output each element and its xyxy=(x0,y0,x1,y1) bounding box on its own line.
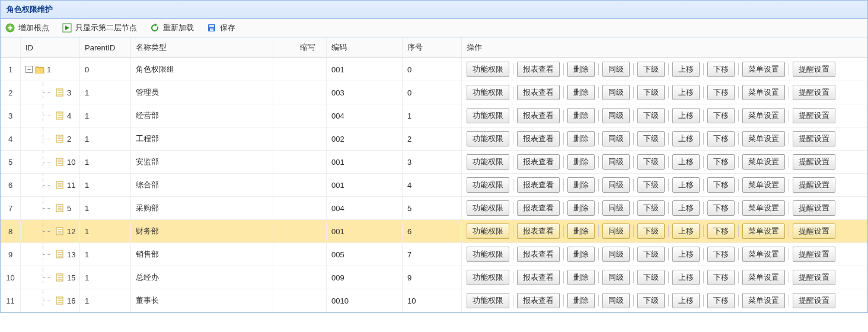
move-down-button[interactable]: 下移 xyxy=(707,154,735,170)
report-view-button[interactable]: 报表查看 xyxy=(517,154,560,170)
delete-button[interactable]: 删除 xyxy=(567,131,595,146)
report-view-button[interactable]: 报表查看 xyxy=(517,200,560,216)
menu-setting-button[interactable]: 菜单设置 xyxy=(742,200,785,216)
table-row[interactable]: 231管理员0030功能权限报表查看删除同级下级上移下移菜单设置提醒设置 xyxy=(1,81,867,104)
move-up-button[interactable]: 上移 xyxy=(672,108,700,123)
alert-setting-button[interactable]: 提醒设置 xyxy=(793,200,835,216)
move-up-button[interactable]: 上移 xyxy=(672,154,700,170)
report-view-button[interactable]: 报表查看 xyxy=(517,131,560,146)
report-view-button[interactable]: 报表查看 xyxy=(517,270,560,285)
same-level-button[interactable]: 同级 xyxy=(602,108,630,123)
col-code[interactable]: 编码 xyxy=(327,37,403,58)
table-row[interactable]: 341经营部0041功能权限报表查看删除同级下级上移下移菜单设置提醒设置 xyxy=(1,104,867,127)
move-down-button[interactable]: 下移 xyxy=(707,62,735,77)
child-level-button[interactable]: 下级 xyxy=(637,62,665,77)
move-up-button[interactable]: 上移 xyxy=(672,177,700,193)
table-row[interactable]: 1–10角色权限组0010功能权限报表查看删除同级下级上移下移菜单设置提醒设置 xyxy=(1,58,867,81)
menu-setting-button[interactable]: 菜单设置 xyxy=(742,108,785,123)
func-auth-button[interactable]: 功能权限 xyxy=(467,131,509,146)
delete-button[interactable]: 删除 xyxy=(567,62,595,77)
col-parentid[interactable]: ParentID xyxy=(80,37,131,58)
child-level-button[interactable]: 下级 xyxy=(637,293,665,308)
menu-setting-button[interactable]: 菜单设置 xyxy=(742,224,785,239)
table-row[interactable]: 8121财务部0016功能权限报表查看删除同级下级上移下移菜单设置提醒设置 xyxy=(1,220,867,243)
col-id[interactable]: ID xyxy=(21,37,80,58)
func-auth-button[interactable]: 功能权限 xyxy=(467,224,509,239)
move-up-button[interactable]: 上移 xyxy=(672,62,700,77)
menu-setting-button[interactable]: 菜单设置 xyxy=(742,177,785,193)
func-auth-button[interactable]: 功能权限 xyxy=(467,85,509,100)
delete-button[interactable]: 删除 xyxy=(567,247,595,262)
table-row[interactable]: 421工程部0022功能权限报表查看删除同级下级上移下移菜单设置提醒设置 xyxy=(1,127,867,151)
child-level-button[interactable]: 下级 xyxy=(637,177,665,193)
report-view-button[interactable]: 报表查看 xyxy=(517,62,560,77)
delete-button[interactable]: 删除 xyxy=(567,108,595,123)
delete-button[interactable]: 删除 xyxy=(567,154,595,170)
table-row[interactable]: 11161董事长001010功能权限报表查看删除同级下级上移下移菜单设置提醒设置 xyxy=(1,289,867,312)
alert-setting-button[interactable]: 提醒设置 xyxy=(793,131,835,146)
report-view-button[interactable]: 报表查看 xyxy=(517,247,560,262)
same-level-button[interactable]: 同级 xyxy=(602,270,630,285)
child-level-button[interactable]: 下级 xyxy=(637,247,665,262)
alert-setting-button[interactable]: 提醒设置 xyxy=(793,62,835,77)
move-up-button[interactable]: 上移 xyxy=(672,85,700,100)
menu-setting-button[interactable]: 菜单设置 xyxy=(742,247,785,262)
report-view-button[interactable]: 报表查看 xyxy=(517,85,560,100)
move-down-button[interactable]: 下移 xyxy=(707,85,735,100)
same-level-button[interactable]: 同级 xyxy=(602,200,630,216)
report-view-button[interactable]: 报表查看 xyxy=(517,224,560,239)
move-down-button[interactable]: 下移 xyxy=(707,200,735,216)
same-level-button[interactable]: 同级 xyxy=(602,62,630,77)
alert-setting-button[interactable]: 提醒设置 xyxy=(793,270,835,285)
menu-setting-button[interactable]: 菜单设置 xyxy=(742,131,785,146)
move-up-button[interactable]: 上移 xyxy=(672,270,700,285)
delete-button[interactable]: 删除 xyxy=(567,270,595,285)
col-name[interactable]: 名称类型 xyxy=(131,37,273,58)
move-up-button[interactable]: 上移 xyxy=(672,131,700,146)
alert-setting-button[interactable]: 提醒设置 xyxy=(793,154,835,170)
delete-button[interactable]: 删除 xyxy=(567,224,595,239)
same-level-button[interactable]: 同级 xyxy=(602,293,630,308)
child-level-button[interactable]: 下级 xyxy=(637,85,665,100)
menu-setting-button[interactable]: 菜单设置 xyxy=(742,293,785,308)
same-level-button[interactable]: 同级 xyxy=(602,177,630,193)
alert-setting-button[interactable]: 提醒设置 xyxy=(793,293,835,308)
move-down-button[interactable]: 下移 xyxy=(707,108,735,123)
col-seq[interactable]: 序号 xyxy=(403,37,462,58)
same-level-button[interactable]: 同级 xyxy=(602,131,630,146)
collapse-icon[interactable]: – xyxy=(25,66,33,73)
delete-button[interactable]: 删除 xyxy=(567,85,595,100)
alert-setting-button[interactable]: 提醒设置 xyxy=(793,85,835,100)
func-auth-button[interactable]: 功能权限 xyxy=(467,270,509,285)
same-level-button[interactable]: 同级 xyxy=(602,154,630,170)
report-view-button[interactable]: 报表查看 xyxy=(517,108,560,123)
same-level-button[interactable]: 同级 xyxy=(602,85,630,100)
table-row[interactable]: 6111综合部0014功能权限报表查看删除同级下级上移下移菜单设置提醒设置 xyxy=(1,174,867,197)
alert-setting-button[interactable]: 提醒设置 xyxy=(793,177,835,193)
child-level-button[interactable]: 下级 xyxy=(637,200,665,216)
func-auth-button[interactable]: 功能权限 xyxy=(467,108,509,123)
move-up-button[interactable]: 上移 xyxy=(672,247,700,262)
child-level-button[interactable]: 下级 xyxy=(637,108,665,123)
same-level-button[interactable]: 同级 xyxy=(602,247,630,262)
child-level-button[interactable]: 下级 xyxy=(637,270,665,285)
report-view-button[interactable]: 报表查看 xyxy=(517,177,560,193)
child-level-button[interactable]: 下级 xyxy=(637,154,665,170)
move-down-button[interactable]: 下移 xyxy=(707,177,735,193)
col-abbr[interactable]: 缩写 xyxy=(273,37,327,58)
move-down-button[interactable]: 下移 xyxy=(707,131,735,146)
func-auth-button[interactable]: 功能权限 xyxy=(467,247,509,262)
delete-button[interactable]: 删除 xyxy=(567,200,595,216)
menu-setting-button[interactable]: 菜单设置 xyxy=(742,270,785,285)
table-row[interactable]: 751采购部0045功能权限报表查看删除同级下级上移下移菜单设置提醒设置 xyxy=(1,197,867,220)
move-down-button[interactable]: 下移 xyxy=(707,270,735,285)
reload-button[interactable]: 重新加载 xyxy=(150,23,194,33)
func-auth-button[interactable]: 功能权限 xyxy=(467,293,509,308)
move-down-button[interactable]: 下移 xyxy=(707,293,735,308)
delete-button[interactable]: 删除 xyxy=(567,177,595,193)
func-auth-button[interactable]: 功能权限 xyxy=(467,154,509,170)
move-down-button[interactable]: 下移 xyxy=(707,224,735,239)
func-auth-button[interactable]: 功能权限 xyxy=(467,62,509,77)
menu-setting-button[interactable]: 菜单设置 xyxy=(742,154,785,170)
child-level-button[interactable]: 下级 xyxy=(637,224,665,239)
